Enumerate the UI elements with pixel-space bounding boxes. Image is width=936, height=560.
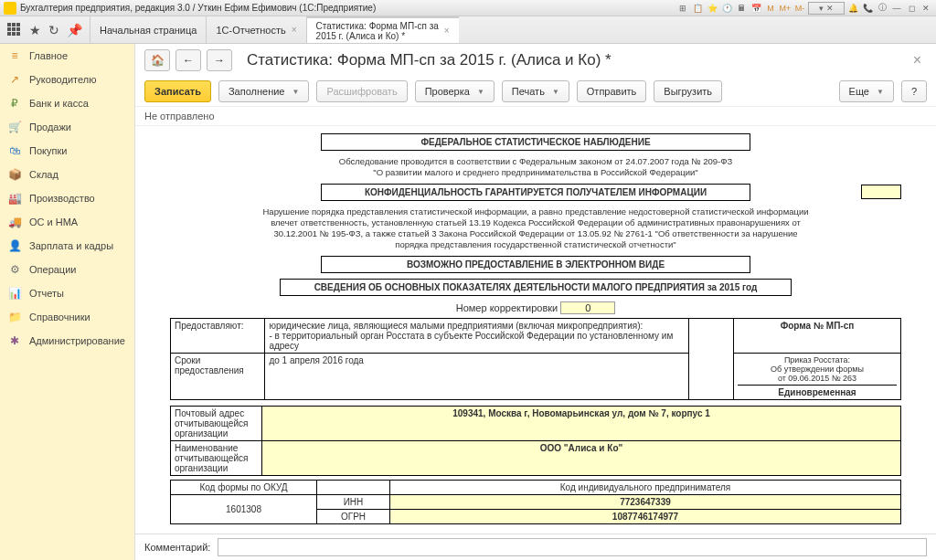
okud-label: Код формы по ОКУД xyxy=(171,481,317,495)
deadline-label: Сроки предоставления xyxy=(171,354,265,400)
tb-icon[interactable]: 🖩 xyxy=(735,2,748,15)
tabbar: ★ ↻ 📌 Начальная страница 1С-Отчетность× … xyxy=(0,16,936,44)
ip-label: Код индивидуального предпринимателя xyxy=(390,481,901,495)
help-button[interactable]: ? xyxy=(901,80,927,102)
inn-value[interactable]: 7723647339 xyxy=(390,495,901,510)
memory-m[interactable]: M xyxy=(764,2,777,15)
tb-icon[interactable]: 📞 xyxy=(861,2,874,15)
sidebar: ≡Главное↗Руководителю₽Банк и касса🛒Прода… xyxy=(0,44,135,560)
orgname-value[interactable]: ООО "Алиса и Ко" xyxy=(262,441,901,476)
order-text: Приказ Росстата: Об утверждении формы от… xyxy=(738,355,897,383)
home-button[interactable]: 🏠 xyxy=(144,49,170,71)
sidebar-icon: ≡ xyxy=(7,48,22,63)
tb-icon[interactable]: ⭐ xyxy=(706,2,718,15)
comment-input[interactable] xyxy=(218,538,927,556)
conf-heading: КОНФИДЕНЦИАЛЬНОСТЬ ГАРАНТИРУЕТСЯ ПОЛУЧАТ… xyxy=(321,184,750,201)
sidebar-item[interactable]: 🛒Продажи xyxy=(0,115,134,139)
close-icon[interactable]: × xyxy=(444,26,450,36)
correction-value[interactable]: 0 xyxy=(560,301,615,314)
print-button[interactable]: Печать▼ xyxy=(502,80,569,102)
address-value[interactable]: 109341, Москва г, Новомарьинская ул, дом… xyxy=(262,407,901,441)
tab-label: Статистика: Форма МП-сп за xyxy=(316,21,439,31)
sidebar-icon: ↗ xyxy=(7,72,22,87)
tab-reporting[interactable]: 1С-Отчетность× xyxy=(206,16,305,43)
ogrn-value[interactable]: 1087746174977 xyxy=(390,510,901,524)
once-label: Единовременная xyxy=(738,385,897,397)
memory-mminus[interactable]: M- xyxy=(793,2,806,15)
sidebar-icon: ✱ xyxy=(7,333,22,348)
tab-start[interactable]: Начальная страница xyxy=(90,16,206,43)
correction-label: Номер корректировки xyxy=(456,302,558,313)
close-button[interactable]: ✕ xyxy=(920,2,932,15)
ogrn-label: ОГРН xyxy=(317,510,390,524)
forward-button[interactable]: → xyxy=(207,49,232,71)
address-label: Почтовый адрес отчитывающейся организаци… xyxy=(171,407,262,441)
chevron-down-icon: ▼ xyxy=(292,88,299,96)
window-titlebar: Бухгалтерия предприятия, редакция 3.0 / … xyxy=(0,0,936,16)
sidebar-item[interactable]: ↗Руководителю xyxy=(0,68,134,91)
okud-value: 1601308 xyxy=(171,495,317,524)
maximize-button[interactable]: ◻ xyxy=(905,2,918,15)
sidebar-icon: 👤 xyxy=(7,238,22,253)
minimize-button[interactable]: — xyxy=(890,2,903,15)
sidebar-item[interactable]: 📁Справочники xyxy=(0,305,134,329)
more-button[interactable]: Еще▼ xyxy=(839,80,894,102)
sidebar-item[interactable]: 👤Зарплата и кадры xyxy=(0,234,134,258)
violation-text: Нарушение порядка представления статисти… xyxy=(261,206,810,250)
sidebar-label: Зарплата и кадры xyxy=(29,240,113,251)
sidebar-item[interactable]: 📊Отчеты xyxy=(0,281,134,305)
correction-row: Номер корректировки 0 xyxy=(170,301,901,314)
sidebar-item[interactable]: ✱Администрирование xyxy=(0,329,134,353)
favorite-icon[interactable]: ★ xyxy=(29,23,41,37)
tab-label: Начальная страница xyxy=(100,25,197,36)
sidebar-item[interactable]: 🛍Покупки xyxy=(0,139,134,163)
save-button[interactable]: Записать xyxy=(144,80,211,102)
tb-icon[interactable]: 📅 xyxy=(750,2,762,15)
document-area[interactable]: ФЕДЕРАЛЬНОЕ СТАТИСТИЧЕСКОЕ НАБЛЮДЕНИЕ Об… xyxy=(135,126,936,534)
info-title: СВЕДЕНИЯ ОБ ОСНОВНЫХ ПОКАЗАТЕЛЯХ ДЕЯТЕЛЬ… xyxy=(280,279,792,296)
tb-icon[interactable]: ⓘ xyxy=(876,2,888,15)
fill-button[interactable]: Заполнение▼ xyxy=(218,80,309,102)
sidebar-item[interactable]: 🚚ОС и НМА xyxy=(0,210,134,234)
search-box[interactable]: ▾ ✕ xyxy=(808,2,845,15)
close-page-icon[interactable]: × xyxy=(908,52,927,69)
sidebar-item[interactable]: ₽Банк и касса xyxy=(0,91,134,115)
toolbar: Записать Заполнение▼ Расшифровать Провер… xyxy=(135,77,936,107)
tb-icon[interactable]: 🕐 xyxy=(720,2,733,15)
sidebar-icon: 📊 xyxy=(7,286,22,301)
tb-icon[interactable]: ⊞ xyxy=(676,2,689,15)
apps-grid-icon[interactable] xyxy=(7,23,22,37)
tb-icon[interactable]: 📋 xyxy=(691,2,704,15)
check-button[interactable]: Проверка▼ xyxy=(415,80,495,102)
provide-table: Предоставляют: юридические лица, являющи… xyxy=(170,318,901,400)
sidebar-item[interactable]: ⚙Операции xyxy=(0,258,134,281)
decode-button[interactable]: Расшифровать xyxy=(316,80,407,102)
sidebar-icon: 🛒 xyxy=(7,120,22,134)
close-icon[interactable]: × xyxy=(292,25,297,35)
tb-icon[interactable]: 🔔 xyxy=(846,2,859,15)
memory-mplus[interactable]: M+ xyxy=(779,2,792,15)
sidebar-label: Справочники xyxy=(29,312,90,322)
sidebar-icon: 📦 xyxy=(7,167,22,182)
tab-statistics[interactable]: Статистика: Форма МП-сп за2015 г. (Алиса… xyxy=(306,16,459,43)
sidebar-icon: 📁 xyxy=(7,310,22,324)
sidebar-label: ОС и НМА xyxy=(29,217,78,227)
send-button[interactable]: Отправить xyxy=(577,80,647,102)
inn-label: ИНН xyxy=(317,495,390,510)
sidebar-item[interactable]: 📦Склад xyxy=(0,163,134,186)
window-title: Бухгалтерия предприятия, редакция 3.0 / … xyxy=(20,3,676,13)
export-button[interactable]: Выгрузить xyxy=(654,80,722,102)
sidebar-item[interactable]: 🏭Производство xyxy=(0,186,134,210)
sidebar-label: Главное xyxy=(29,50,68,61)
sidebar-label: Администрирование xyxy=(29,335,125,346)
sidebar-icon: 🛍 xyxy=(7,143,22,158)
sidebar-label: Производство xyxy=(29,193,95,204)
app-icon xyxy=(4,2,16,15)
pin-icon[interactable]: 📌 xyxy=(67,23,82,37)
history-icon[interactable]: ↻ xyxy=(48,23,59,37)
form-number: Форма № МП-сп xyxy=(733,319,900,354)
codes-table: Код формы по ОКУД Код индивидуального пр… xyxy=(170,480,901,524)
page-title: Статистика: Форма МП-сп за 2015 г. (Алис… xyxy=(247,51,612,69)
sidebar-item[interactable]: ≡Главное xyxy=(0,44,134,68)
back-button[interactable]: ← xyxy=(176,49,201,71)
